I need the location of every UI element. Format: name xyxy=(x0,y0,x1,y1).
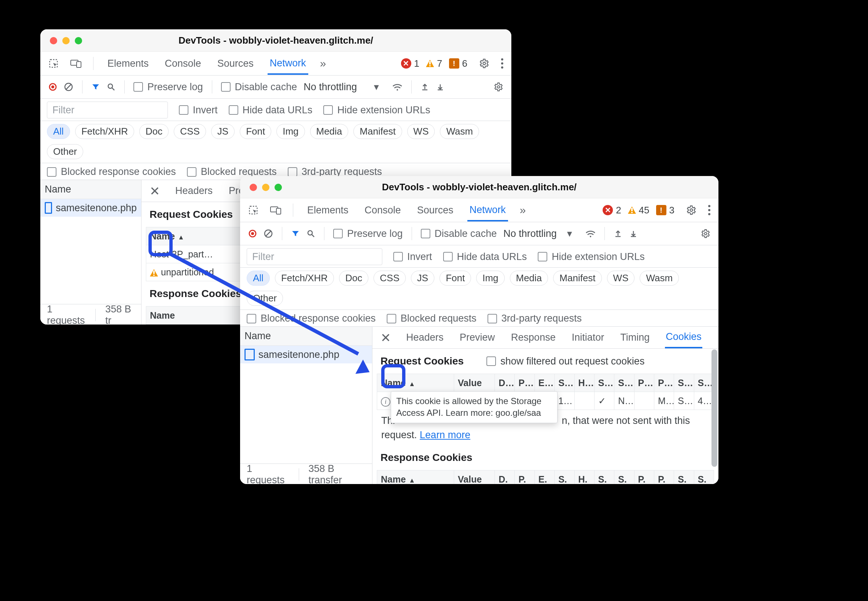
tab-network[interactable]: Network xyxy=(468,199,508,221)
preserve-log-checkbox[interactable]: Preserve log xyxy=(133,81,203,93)
type-all[interactable]: All xyxy=(247,271,270,286)
issue-count[interactable]: !3 xyxy=(656,204,675,216)
invert-checkbox[interactable]: Invert xyxy=(393,251,432,262)
upload-icon[interactable] xyxy=(420,82,429,91)
network-settings-icon[interactable] xyxy=(701,229,710,238)
chevron-down-icon[interactable]: ▾ xyxy=(374,81,379,93)
hide-extension-urls-checkbox[interactable]: Hide extension URLs xyxy=(538,251,645,262)
device-toggle-icon[interactable] xyxy=(70,59,81,68)
type-css[interactable]: CSS xyxy=(174,124,206,139)
detail-tab-preview[interactable]: Preview xyxy=(459,328,496,348)
scrollbar[interactable] xyxy=(711,349,717,484)
download-icon[interactable] xyxy=(629,229,638,238)
type-media[interactable]: Media xyxy=(510,271,548,286)
type-font[interactable]: Font xyxy=(440,271,471,286)
filter-icon[interactable] xyxy=(291,229,300,238)
network-status-icon[interactable] xyxy=(392,83,402,91)
chevron-down-icon[interactable]: ▾ xyxy=(567,228,572,239)
type-ws[interactable]: WS xyxy=(607,271,635,286)
thirdparty-checkbox[interactable]: 3rd-party requests xyxy=(487,313,582,324)
device-toggle-icon[interactable] xyxy=(270,205,281,215)
type-doc[interactable]: Doc xyxy=(339,271,369,286)
clear-icon[interactable] xyxy=(263,229,273,238)
upload-icon[interactable] xyxy=(614,229,623,238)
zoom-window-icon[interactable] xyxy=(75,37,82,44)
preserve-log-checkbox[interactable]: Preserve log xyxy=(333,228,403,239)
type-fetch[interactable]: Fetch/XHR xyxy=(75,124,134,139)
show-filtered-checkbox[interactable]: show filtered out request cookies xyxy=(486,356,644,367)
type-wasm[interactable]: Wasm xyxy=(440,124,479,139)
invert-checkbox[interactable]: Invert xyxy=(179,105,218,116)
detail-tab-headers[interactable]: Headers xyxy=(405,328,444,348)
traffic-lights[interactable] xyxy=(250,184,282,191)
more-tabs-icon[interactable]: » xyxy=(520,204,526,217)
detail-tab-response[interactable]: Response xyxy=(510,328,556,348)
throttle-dropdown[interactable]: No throttling xyxy=(503,228,557,239)
detail-tab-timing[interactable]: Timing xyxy=(620,328,650,348)
hide-extension-urls-checkbox[interactable]: Hide extension URLs xyxy=(323,105,430,116)
close-window-icon[interactable] xyxy=(250,184,257,191)
tab-sources[interactable]: Sources xyxy=(215,53,256,75)
type-js[interactable]: JS xyxy=(211,124,235,139)
blocked-requests-checkbox[interactable]: Blocked requests xyxy=(387,313,477,324)
request-name-header[interactable]: Name xyxy=(40,180,141,199)
type-css[interactable]: CSS xyxy=(373,271,405,286)
tab-network[interactable]: Network xyxy=(268,52,308,75)
scroll-thumb[interactable] xyxy=(711,349,717,467)
clear-icon[interactable] xyxy=(64,82,73,92)
close-detail-icon[interactable]: ✕ xyxy=(381,330,391,345)
disable-cache-checkbox[interactable]: Disable cache xyxy=(421,228,497,239)
type-manifest[interactable]: Manifest xyxy=(553,271,602,286)
record-icon[interactable] xyxy=(248,229,257,238)
tab-sources[interactable]: Sources xyxy=(415,200,455,221)
error-count[interactable]: ✕2 xyxy=(603,204,621,216)
close-window-icon[interactable] xyxy=(50,37,57,44)
more-tabs-icon[interactable]: » xyxy=(320,57,326,70)
settings-icon[interactable] xyxy=(479,58,489,69)
type-manifest[interactable]: Manifest xyxy=(353,124,402,139)
blocked-cookies-checkbox[interactable]: Blocked response cookies xyxy=(47,166,176,177)
record-icon[interactable] xyxy=(49,82,57,91)
close-detail-icon[interactable]: ✕ xyxy=(149,184,160,198)
col-name[interactable]: Name▲ xyxy=(377,470,454,484)
type-js[interactable]: JS xyxy=(411,271,434,286)
network-status-icon[interactable] xyxy=(585,230,595,238)
type-doc[interactable]: Doc xyxy=(139,124,169,139)
disable-cache-checkbox[interactable]: Disable cache xyxy=(221,81,297,93)
search-icon[interactable] xyxy=(306,229,315,238)
traffic-lights[interactable] xyxy=(50,37,82,44)
search-icon[interactable] xyxy=(107,82,116,91)
filter-input[interactable]: Filter xyxy=(247,248,382,265)
col-name[interactable]: Name▲ xyxy=(377,374,454,392)
request-name-header[interactable]: Name xyxy=(240,327,372,346)
learn-more-link[interactable]: Learn more xyxy=(420,429,470,440)
type-media[interactable]: Media xyxy=(310,124,349,139)
col-value[interactable]: Value xyxy=(454,470,495,484)
tab-elements[interactable]: Elements xyxy=(305,200,351,221)
warning-count[interactable]: 45 xyxy=(628,204,650,216)
blocked-cookies-checkbox[interactable]: Blocked response cookies xyxy=(247,313,376,324)
type-other[interactable]: Other xyxy=(247,291,283,306)
detail-tab-cookies[interactable]: Cookies xyxy=(665,327,702,348)
type-ws[interactable]: WS xyxy=(407,124,435,139)
inspect-icon[interactable] xyxy=(49,58,59,69)
filter-input[interactable]: Filter xyxy=(47,102,168,119)
zoom-window-icon[interactable] xyxy=(274,184,282,191)
inspect-icon[interactable] xyxy=(248,205,259,215)
tab-console[interactable]: Console xyxy=(362,200,403,221)
filter-icon[interactable] xyxy=(91,82,100,91)
minimize-window-icon[interactable] xyxy=(62,37,70,44)
type-other[interactable]: Other xyxy=(47,144,83,159)
network-settings-icon[interactable] xyxy=(494,82,503,92)
throttle-dropdown[interactable]: No throttling xyxy=(303,81,357,93)
minimize-window-icon[interactable] xyxy=(262,184,270,191)
type-img[interactable]: Img xyxy=(276,124,305,139)
tab-elements[interactable]: Elements xyxy=(105,53,151,75)
warning-count[interactable]: 7 xyxy=(426,58,442,69)
type-img[interactable]: Img xyxy=(476,271,504,286)
type-wasm[interactable]: Wasm xyxy=(640,271,679,286)
type-all[interactable]: All xyxy=(47,124,70,139)
type-fetch[interactable]: Fetch/XHR xyxy=(275,271,334,286)
detail-tab-headers[interactable]: Headers xyxy=(175,181,213,201)
more-menu-icon[interactable] xyxy=(708,205,710,215)
